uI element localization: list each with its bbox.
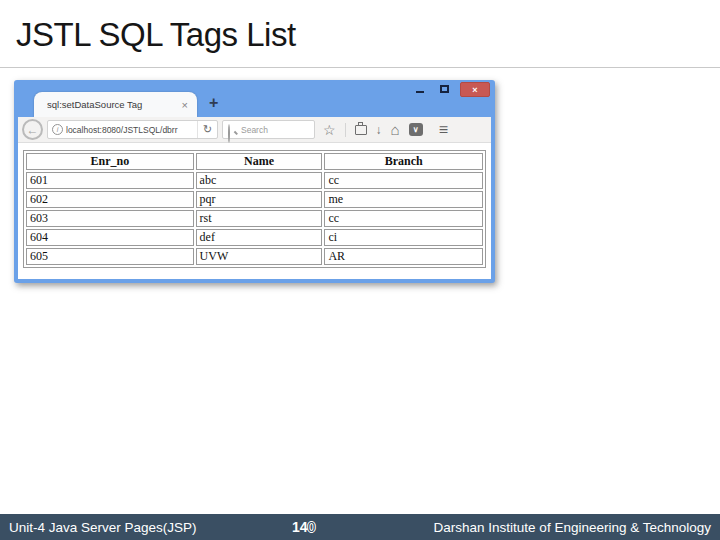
table-cell: pqr <box>196 191 323 208</box>
menu-icon[interactable]: ≡ <box>439 122 448 138</box>
table-row: 601 abc cc <box>26 172 483 189</box>
table-cell: cc <box>324 172 483 189</box>
toolbar-icons: ☆ ↓ ⌂ ∨ ≡ <box>323 122 448 138</box>
minimize-button[interactable] <box>408 82 432 96</box>
url-input[interactable] <box>66 125 197 135</box>
bookmark-star-icon[interactable]: ☆ <box>323 123 336 137</box>
browser-tab[interactable]: sql:setDataSource Tag × <box>34 92 197 117</box>
maximize-icon <box>440 85 449 93</box>
page-title: JSTL SQL Tags List <box>16 16 296 54</box>
close-button[interactable]: × <box>460 82 490 97</box>
table-cell: 604 <box>26 229 194 246</box>
column-header-enr-no: Enr_no <box>26 153 194 170</box>
maximize-button[interactable] <box>432 82 456 96</box>
table-cell: UVW <box>196 248 323 265</box>
page-number-prefix: 14 <box>292 519 308 535</box>
slide-footer: Unit-4 Java Server Pages(JSP) 140 Darsha… <box>0 514 720 540</box>
table-row: 605 UVW AR <box>26 248 483 265</box>
tab-close-icon[interactable]: × <box>182 99 188 111</box>
footer-institute-label: Darshan Institute of Engineering & Techn… <box>434 520 711 535</box>
result-table: Enr_no Name Branch 601 abc cc 602 pqr me… <box>23 150 486 268</box>
table-row: 603 rst cc <box>26 210 483 227</box>
reload-button[interactable]: ↻ <box>197 121 217 138</box>
tab-title: sql:setDataSource Tag <box>47 99 182 110</box>
back-button[interactable]: ← <box>22 119 43 140</box>
page-number: 140 <box>292 519 315 535</box>
table-cell: abc <box>196 172 323 189</box>
table-cell: cc <box>324 210 483 227</box>
page-content: Enr_no Name Branch 601 abc cc 602 pqr me… <box>18 143 491 279</box>
table-cell: rst <box>196 210 323 227</box>
bookmarks-panel-icon[interactable] <box>355 125 367 135</box>
table-cell: def <box>196 229 323 246</box>
toolbar-separator <box>345 123 346 137</box>
pocket-icon[interactable]: ∨ <box>409 123 423 136</box>
table-cell: 603 <box>26 210 194 227</box>
table-cell: 605 <box>26 248 194 265</box>
site-info-icon[interactable]: i <box>52 124 63 135</box>
search-icon <box>228 125 238 135</box>
search-input[interactable] <box>241 125 309 135</box>
column-header-branch: Branch <box>324 153 483 170</box>
minimize-icon <box>416 91 424 93</box>
table-row: 604 def ci <box>26 229 483 246</box>
address-bar[interactable]: i ↻ <box>47 120 218 139</box>
table-header-row: Enr_no Name Branch <box>26 153 483 170</box>
column-header-name: Name <box>196 153 323 170</box>
table-cell: 601 <box>26 172 194 189</box>
search-bar[interactable] <box>222 120 315 139</box>
page-number-suffix: 0 <box>308 519 316 535</box>
title-divider <box>0 67 720 68</box>
table-cell: 602 <box>26 191 194 208</box>
browser-window: × sql:setDataSource Tag × + ← i ↻ ☆ ↓ ⌂ … <box>14 80 495 283</box>
browser-toolbar: ← i ↻ ☆ ↓ ⌂ ∨ ≡ <box>18 117 491 143</box>
table-cell: me <box>324 191 483 208</box>
home-icon[interactable]: ⌂ <box>391 122 400 137</box>
downloads-icon[interactable]: ↓ <box>376 124 382 136</box>
table-cell: ci <box>324 229 483 246</box>
footer-course-label: Unit-4 Java Server Pages(JSP) <box>9 520 197 535</box>
window-controls: × <box>408 82 490 97</box>
table-row: 602 pqr me <box>26 191 483 208</box>
table-cell: AR <box>324 248 483 265</box>
new-tab-button[interactable]: + <box>209 94 218 112</box>
